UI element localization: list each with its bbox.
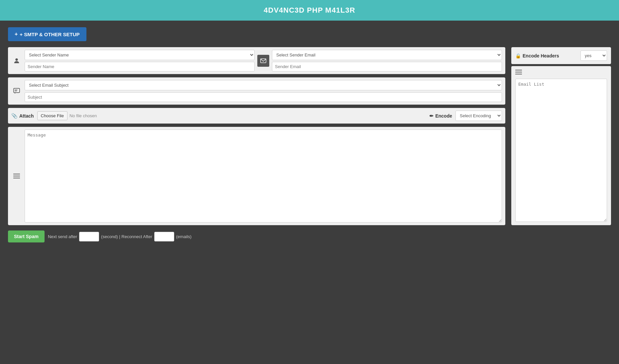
encode-headers-label: 🔒 Encode Headers xyxy=(515,53,577,58)
email-list-header xyxy=(515,69,607,76)
subject-select[interactable]: Select Email Subject xyxy=(25,80,502,90)
plus-icon: + xyxy=(15,31,18,37)
sender-row: Select Sender Name Select Sender Email xyxy=(8,47,505,74)
bottom-row: Start Spam Next send after (second) | Re… xyxy=(8,230,611,242)
next-send-input[interactable] xyxy=(79,232,99,241)
attach-label: 📎 Attach xyxy=(11,113,34,119)
reconnect-after-input[interactable] xyxy=(154,232,174,241)
email-list-textarea[interactable] xyxy=(515,79,607,222)
sender-name-input[interactable] xyxy=(25,62,255,71)
menu-icon xyxy=(11,173,22,179)
choose-file-button[interactable]: Choose File xyxy=(37,111,67,120)
chat-icon xyxy=(11,88,22,94)
email-list-container xyxy=(511,66,611,225)
no-file-text: No file chosen xyxy=(69,113,97,118)
sender-email-select[interactable]: Select Sender Email xyxy=(272,50,502,60)
user-icon xyxy=(11,57,22,64)
pencil-icon: ✏ xyxy=(430,113,433,119)
encoding-select[interactable]: Select Encoding UTF-8 ISO-8859-1 Base64 xyxy=(455,111,502,121)
file-input-wrapper: Choose File No file chosen xyxy=(37,111,424,120)
encode-headers-select[interactable]: yes no xyxy=(580,50,607,61)
sender-name-select[interactable]: Select Sender Name xyxy=(25,50,255,60)
message-row xyxy=(8,127,505,225)
app-title: 4DV4NC3D PHP M41L3R xyxy=(0,0,619,21)
smtp-setup-button[interactable]: + + SMTP & OTHER SETUP xyxy=(8,27,86,41)
attach-encode-row: 📎 Attach Choose File No file chosen ✏ En… xyxy=(8,108,505,124)
message-textarea[interactable] xyxy=(25,130,502,223)
next-send-label: Next send after xyxy=(48,234,77,239)
lock-icon: 🔒 xyxy=(515,53,521,58)
paperclip-icon: 📎 xyxy=(11,113,18,119)
encode-headers-row: 🔒 Encode Headers yes no xyxy=(511,47,611,64)
subject-row: Select Email Subject xyxy=(8,77,505,105)
start-spam-button[interactable]: Start Spam xyxy=(8,230,45,242)
svg-rect-2 xyxy=(14,88,20,93)
encode-label: ✏ Encode xyxy=(430,113,452,119)
svg-point-0 xyxy=(15,58,18,60)
subject-input[interactable] xyxy=(25,92,502,102)
emails-label: (emails) xyxy=(176,234,191,239)
list-icon xyxy=(515,69,522,76)
email-icon xyxy=(257,55,269,67)
sender-email-input[interactable] xyxy=(272,62,502,71)
second-label: (second) | Reconnect After xyxy=(101,234,152,239)
